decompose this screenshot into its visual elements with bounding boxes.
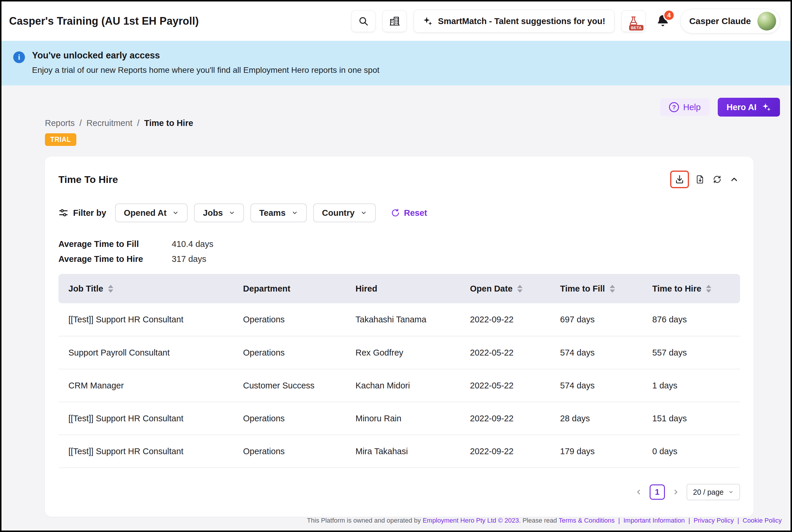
breadcrumb-recruitment[interactable]: Recruitment <box>86 118 132 128</box>
stat-value: 317 days <box>172 254 740 264</box>
breadcrumb-reports[interactable]: Reports <box>45 118 75 128</box>
cell-time-to-hire: 0 days <box>642 435 740 468</box>
column-header-job-title[interactable]: Job Title <box>58 274 233 303</box>
download-icon <box>675 174 684 184</box>
column-header-time-to-hire[interactable]: Time to Hire <box>642 274 740 303</box>
hero-ai-button[interactable]: Hero AI <box>718 98 780 117</box>
cell-open-date: 2022-05-22 <box>460 336 550 369</box>
footer-separator: | <box>618 517 620 524</box>
breadcrumb-current: Time to Hire <box>144 118 193 128</box>
column-header-hired: Hired <box>346 274 460 303</box>
cell-open-date: 2022-09-22 <box>460 303 550 336</box>
page-actions: ? Help Hero AI <box>1 86 791 117</box>
cell-open-date: 2022-05-22 <box>460 369 550 402</box>
cell-department: Operations <box>233 303 346 336</box>
sort-icon <box>706 285 711 293</box>
organisation-button[interactable] <box>383 10 407 32</box>
footer-separator: | <box>688 517 690 524</box>
help-button[interactable]: ? Help <box>660 98 710 116</box>
notifications-button[interactable]: 4 <box>653 12 673 31</box>
report-card-header: Time To Hire <box>58 171 740 188</box>
filter-jobs[interactable]: Jobs <box>194 204 244 222</box>
page-title: Casper's Training (AU 1st EH Payroll) <box>9 15 199 27</box>
report-tools <box>670 171 740 188</box>
cell-job-title: [[Test]] Support HR Consultant <box>58 402 233 435</box>
cell-department: Operations <box>233 435 346 468</box>
trial-badge: TRIAL <box>45 133 76 146</box>
chevron-up-icon <box>730 175 739 184</box>
cell-job-title: [[Test]] Support HR Consultant <box>58 435 233 468</box>
smartmatch-button[interactable]: SmartMatch - Talent suggestions for you! <box>413 10 614 33</box>
footer-text: . Please read <box>519 517 557 524</box>
current-page-button[interactable]: 1 <box>650 484 665 500</box>
app-window: Casper's Training (AU 1st EH Payroll) Sm… <box>0 0 792 532</box>
banner-title: You've unlocked early access <box>32 50 379 61</box>
cell-hired: Takahashi Tanama <box>346 303 460 336</box>
table-row: [[Test]] Support HR Consultant Operation… <box>58 402 740 435</box>
download-button[interactable] <box>673 173 686 186</box>
report-title: Time To Hire <box>58 174 118 185</box>
sort-icon <box>108 285 113 293</box>
export-file-button[interactable] <box>694 173 706 185</box>
filter-by-label: Filter by <box>58 208 106 218</box>
search-button[interactable] <box>351 10 375 32</box>
filter-teams[interactable]: Teams <box>250 204 307 222</box>
cell-time-to-fill: 574 days <box>550 336 642 369</box>
table-row: Support Payroll Consultant Operations Re… <box>58 336 740 369</box>
column-header-open-date[interactable]: Open Date <box>460 274 550 303</box>
refresh-button[interactable] <box>711 173 723 185</box>
footer-company-link[interactable]: Employment Hero Pty Ltd © 2023 <box>423 517 519 524</box>
hero-ai-label: Hero AI <box>727 102 756 112</box>
chevron-down-icon <box>291 210 298 216</box>
page-size-select[interactable]: 20 / page <box>687 484 740 500</box>
stat-value: 410.4 days <box>172 239 740 249</box>
footer-text: This Platform is owned and operated by <box>307 517 421 524</box>
column-header-department: Department <box>233 274 346 303</box>
chevron-left-icon <box>635 488 642 496</box>
filter-country[interactable]: Country <box>313 204 376 222</box>
file-download-icon <box>695 175 705 184</box>
cell-department: Operations <box>233 402 346 435</box>
beta-badge: BETA <box>629 25 643 31</box>
stat-label: Average Time to Hire <box>58 254 172 264</box>
breadcrumb-separator: / <box>137 118 139 128</box>
chevron-down-icon <box>361 210 367 216</box>
footer-link-terms[interactable]: Terms & Conditions <box>559 517 615 524</box>
beta-lab-button[interactable]: BETA <box>621 10 645 32</box>
table-row: [[Test]] Support HR Consultant Operation… <box>58 435 740 468</box>
reset-button[interactable]: Reset <box>391 208 427 218</box>
app-header: Casper's Training (AU 1st EH Payroll) Sm… <box>1 1 791 41</box>
cell-hired: Kachan Midori <box>346 369 460 402</box>
cell-hired: Rex Godfrey <box>346 336 460 369</box>
cell-time-to-fill: 28 days <box>550 402 642 435</box>
buildings-icon <box>389 16 400 26</box>
table-row: CRM Manager Customer Success Kachan Mido… <box>58 369 740 402</box>
footer-separator: | <box>737 517 739 524</box>
next-page-button[interactable] <box>672 488 680 496</box>
cell-open-date: 2022-09-22 <box>460 402 550 435</box>
cell-time-to-fill: 697 days <box>550 303 642 336</box>
hero-ai-sparkle-icon <box>762 102 771 112</box>
filter-sliders-icon <box>58 208 69 218</box>
footer: This Platform is owned and operated by E… <box>1 517 791 531</box>
cell-time-to-fill: 574 days <box>550 369 642 402</box>
cell-time-to-hire: 1 days <box>642 369 740 402</box>
cell-open-date: 2022-09-22 <box>460 435 550 468</box>
breadcrumb-separator: / <box>80 118 82 128</box>
footer-link-important-information[interactable]: Important Information <box>623 517 685 524</box>
cell-job-title: [[Test]] Support HR Consultant <box>58 303 233 336</box>
info-icon: i <box>13 51 25 63</box>
sort-icon <box>517 285 523 293</box>
column-header-time-to-fill[interactable]: Time to Fill <box>550 274 642 303</box>
filter-opened-at[interactable]: Opened At <box>115 204 188 222</box>
prev-page-button[interactable] <box>635 488 642 496</box>
collapse-button[interactable] <box>728 173 740 185</box>
summary-stats: Average Time to Fill 410.4 days Average … <box>58 239 740 264</box>
profile-button[interactable]: Casper Claude <box>680 9 780 34</box>
footer-link-privacy-policy[interactable]: Privacy Policy <box>694 517 734 524</box>
chevron-right-icon <box>672 488 680 496</box>
report-card: Time To Hire <box>45 156 754 517</box>
sort-icon <box>610 285 615 293</box>
table-row: [[Test]] Support HR Consultant Operation… <box>58 303 740 336</box>
footer-link-cookie-policy[interactable]: Cookie Policy <box>743 517 782 524</box>
